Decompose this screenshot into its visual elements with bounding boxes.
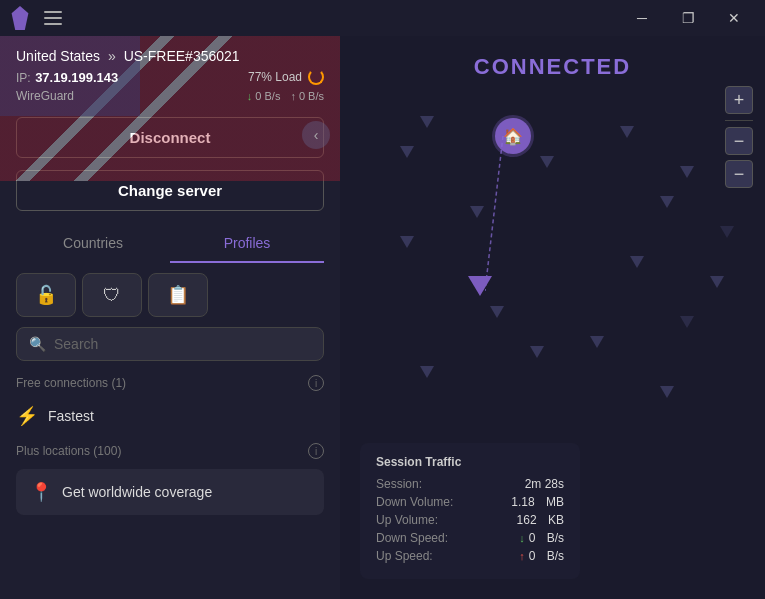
- connection-info: United States » US-FREE#356021 IP: 37.19…: [0, 36, 340, 111]
- down-vol-value: 1.18 MB: [511, 495, 564, 509]
- down-vol-label: Down Volume:: [376, 495, 453, 509]
- down-speed-arrow-icon: ↓: [519, 532, 525, 544]
- filter-shield-button[interactable]: 🛡: [82, 273, 142, 317]
- plus-label: Plus locations (100): [16, 444, 121, 458]
- protocol-row: WireGuard ↓ 0 B/s ↑ 0 B/s: [16, 89, 324, 103]
- up-speed-value: 0 B/s: [299, 90, 324, 102]
- up-speed-value: ↑ 0 B/s: [519, 549, 564, 563]
- search-box: 🔍: [16, 327, 324, 361]
- speed-info: ↓ 0 B/s ↑ 0 B/s: [247, 90, 324, 102]
- session-traffic-panel: Session Traffic Session: 2m 28s Down Vol…: [360, 443, 580, 579]
- chevron-button[interactable]: ‹: [302, 121, 330, 149]
- session-row: Session: 2m 28s: [376, 477, 564, 491]
- connected-label: CONNECTED: [474, 54, 631, 80]
- up-speed-row: Up Speed: ↑ 0 B/s: [376, 549, 564, 563]
- down-speed-row: Down Speed: ↓ 0 B/s: [376, 531, 564, 545]
- session-value: 2m 28s: [525, 477, 564, 491]
- filter-all-button[interactable]: 🔓: [16, 273, 76, 317]
- up-speed-label: Up Speed:: [376, 549, 433, 563]
- tab-countries[interactable]: Countries: [16, 225, 170, 263]
- up-arrow-icon: ↑: [290, 90, 296, 102]
- fastest-label: Fastest: [48, 408, 94, 424]
- down-speed-label: Down Speed:: [376, 531, 448, 545]
- worldwide-item[interactable]: 📍 Get worldwide coverage: [16, 469, 324, 515]
- filter-card-button[interactable]: 📋: [148, 273, 208, 317]
- tab-profiles[interactable]: Profiles: [170, 225, 324, 263]
- connection-location: United States » US-FREE#356021: [16, 48, 324, 64]
- fastest-item[interactable]: ⚡ Fastest: [0, 395, 340, 437]
- zoom-in-button[interactable]: +: [725, 86, 753, 114]
- free-connections-info-icon[interactable]: i: [308, 375, 324, 391]
- load-spinner: [308, 69, 324, 85]
- up-speed-arrow-icon: ↑: [519, 550, 525, 562]
- protocol-name: WireGuard: [16, 89, 74, 103]
- down-arrow-icon: ↓: [247, 90, 253, 102]
- down-vol-row: Down Volume: 1.18 MB: [376, 495, 564, 509]
- app-logo: [8, 6, 32, 30]
- up-vol-row: Up Volume: 162 KB: [376, 513, 564, 527]
- filter-row: 🔓 🛡 📋: [16, 273, 324, 317]
- maximize-button[interactable]: ❐: [665, 3, 711, 33]
- up-speed: ↑ 0 B/s: [290, 90, 324, 102]
- titlebar-left: [8, 6, 64, 30]
- search-input[interactable]: [54, 336, 311, 352]
- session-label: Session:: [376, 477, 422, 491]
- titlebar: ─ ❐ ✕: [0, 0, 765, 36]
- window-controls: ─ ❐ ✕: [619, 3, 757, 33]
- ip-label: IP:: [16, 71, 31, 85]
- plus-section: Plus locations (100) i: [0, 437, 340, 465]
- zoom-separator: [725, 120, 753, 121]
- search-icon: 🔍: [29, 336, 46, 352]
- right-panel: CONNECTED 🏠 + − − Session Traffic Sessio…: [340, 36, 765, 599]
- ip-row: IP: 37.19.199.143 77% Load: [16, 68, 324, 86]
- menu-button[interactable]: [42, 9, 64, 27]
- up-vol-label: Up Volume:: [376, 513, 438, 527]
- plus-info-icon[interactable]: i: [308, 443, 324, 459]
- ip-info: IP: 37.19.199.143: [16, 68, 118, 86]
- server-name: US-FREE#356021: [124, 48, 240, 64]
- worldwide-label: Get worldwide coverage: [62, 484, 212, 500]
- country-name: United States: [16, 48, 100, 64]
- location-arrow: »: [108, 48, 116, 64]
- load-label: 77% Load: [248, 70, 302, 84]
- location-pin-icon: 📍: [30, 481, 52, 503]
- up-vol-value: 162 KB: [517, 513, 564, 527]
- minimize-button[interactable]: ─: [619, 3, 665, 33]
- session-traffic-title: Session Traffic: [376, 455, 564, 469]
- load-info: 77% Load: [248, 69, 324, 85]
- free-connections-section: Free connections (1) i: [0, 371, 340, 395]
- down-speed-value: ↓ 0 B/s: [519, 531, 564, 545]
- home-pin: 🏠: [495, 118, 531, 154]
- left-panel: United States » US-FREE#356021 IP: 37.19…: [0, 36, 340, 599]
- main-layout: United States » US-FREE#356021 IP: 37.19…: [0, 36, 765, 599]
- tabs: Countries Profiles: [16, 225, 324, 263]
- down-speed-value: 0 B/s: [255, 90, 280, 102]
- vpn-location-pin: [468, 276, 492, 296]
- close-button[interactable]: ✕: [711, 3, 757, 33]
- zoom-out-button[interactable]: −: [725, 127, 753, 155]
- free-connections-label: Free connections (1): [16, 376, 126, 390]
- zoom-out-2-button[interactable]: −: [725, 160, 753, 188]
- down-speed: ↓ 0 B/s: [247, 90, 281, 102]
- flash-icon: ⚡: [16, 405, 38, 427]
- ip-address: 37.19.199.143: [35, 70, 118, 85]
- map-zoom-controls: + − −: [725, 86, 753, 188]
